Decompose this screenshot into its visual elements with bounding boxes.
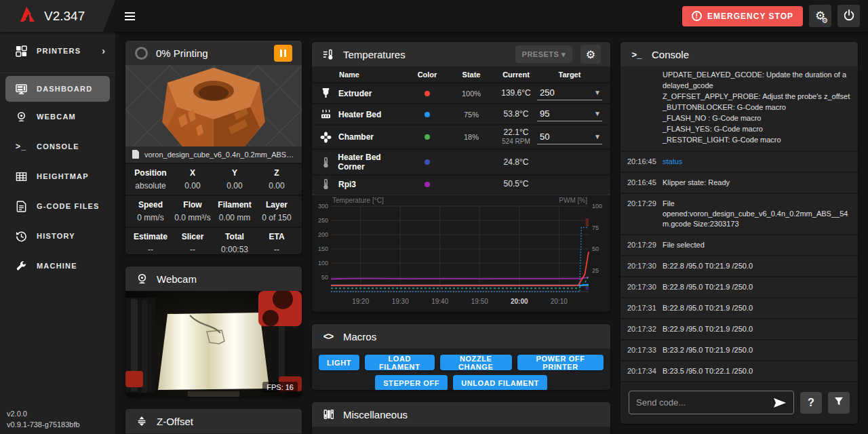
temp-row-extruder: Extruder100%139.6°C250▼ xyxy=(312,82,610,103)
file-icon xyxy=(132,150,140,160)
message-text: B:22.8 /95.0 T0:21.9 /250.0 xyxy=(663,303,851,313)
temp-col-current: Current xyxy=(495,71,537,79)
svg-text:200: 200 xyxy=(318,231,328,238)
macro-button-load-filament[interactable]: LOAD FILAMENT xyxy=(365,355,435,370)
temp-settings-button[interactable]: ⚙ xyxy=(580,45,601,64)
chevron-right-icon: › xyxy=(102,45,106,56)
zoffset-card: Z-Offset xyxy=(125,409,302,434)
stat-estimate: Estimate-- xyxy=(130,232,172,254)
svg-text:50: 50 xyxy=(321,274,328,281)
svg-text:20:00: 20:00 xyxy=(511,298,528,305)
menu-hamburger-icon[interactable] xyxy=(125,12,135,20)
temp-target-select[interactable]: 50▼ xyxy=(537,130,602,144)
message-text: B:23.5 /95.0 T0:22.1 /250.0 xyxy=(663,366,851,376)
fps-badge: FPS: 16 xyxy=(262,382,298,393)
temp-current: 50.5°C xyxy=(495,180,537,189)
svg-text:250: 250 xyxy=(318,217,328,224)
sidebar-item-history[interactable]: HISTORY xyxy=(0,221,115,251)
webcam-card: Webcam xyxy=(125,267,302,397)
console-message-list[interactable]: UPDATE_DELAYED_GCODE: Update the duratio… xyxy=(620,66,858,384)
miscellaneous-card: Miscellaneous xyxy=(312,402,610,434)
temp-target-select[interactable]: 250▼ xyxy=(537,86,602,100)
fan-icon xyxy=(320,132,332,143)
color-dot[interactable] xyxy=(425,112,430,117)
svg-text:PWM [%]: PWM [%] xyxy=(559,197,587,204)
color-dot[interactable] xyxy=(425,159,430,165)
progress-ring xyxy=(135,47,148,60)
print-stats-row: Estimate--Slicer--Total0:00:53ETA-- xyxy=(125,226,302,254)
sidebar-item-machine[interactable]: MACHINE xyxy=(0,251,115,281)
svg-text:19:50: 19:50 xyxy=(471,298,488,305)
console-message: 20:17:29File opened:voron_design_cube_v6… xyxy=(620,193,858,234)
console-message: 20:17:29File selected xyxy=(620,234,858,255)
sidebar-item-console[interactable]: >_CONSOLE xyxy=(0,132,115,161)
stat-y: Y0.00 xyxy=(214,168,256,191)
print-stats-row: Speed0 mm/sFlow0.0 mm³/sFilament0.00 mmL… xyxy=(125,195,302,226)
macro-button-stepper-off[interactable]: STEPPER OFF xyxy=(375,375,448,390)
settings-gears-button[interactable]: ⚙⚙ xyxy=(809,5,831,27)
temp-target-select[interactable]: 95▼ xyxy=(537,107,602,121)
console-icon: >_ xyxy=(15,140,27,153)
dashboard-icon xyxy=(15,83,27,95)
message-time: 20:17:34 xyxy=(627,366,657,376)
macros-card: <> Macros LIGHTLOAD FILAMENTNOZZLE CHANG… xyxy=(312,324,610,390)
color-dot[interactable] xyxy=(425,182,430,187)
svg-text:25: 25 xyxy=(592,267,599,274)
message-time: 20:17:32 xyxy=(627,324,657,334)
console-message: 20:17:30B:22.8 /95.0 T0:21.9 /250.0 xyxy=(620,276,858,297)
temp-current: 22.1°C524 RPM xyxy=(495,128,537,146)
sidebar-item-printers[interactable]: PRINTERS › xyxy=(0,32,115,70)
temp-row-chamber: Chamber18%22.1°C524 RPM50▼ xyxy=(312,124,610,149)
z-offset-icon xyxy=(135,416,149,427)
macro-button-nozzle-change[interactable]: NOZZLE CHANGE xyxy=(440,355,512,370)
heightmap-icon xyxy=(15,170,27,182)
temp-state: 75% xyxy=(448,111,495,119)
stat-eta: ETA-- xyxy=(256,232,298,254)
console-message: 20:17:34B:23.5 /95.0 T0:22.1 /250.0 xyxy=(620,360,858,381)
macro-button-unload-filament[interactable]: UNLOAD FILAMENT xyxy=(453,375,547,390)
thermometer-lines-icon xyxy=(321,49,335,60)
sidebar-divider xyxy=(0,73,115,73)
console-help-button[interactable]: ? xyxy=(800,392,822,414)
message-time: 20:17:30 xyxy=(627,261,657,271)
sidebar-item-heightmap[interactable]: HEIGHTMAP xyxy=(0,161,115,191)
svg-text:20:10: 20:10 xyxy=(551,298,568,305)
message-time: 20:17:30 xyxy=(627,282,657,292)
presets-button[interactable]: PRESETS ▾ xyxy=(515,45,572,63)
power-button[interactable] xyxy=(837,5,860,27)
cog-icon: ⚙ xyxy=(586,49,595,60)
temp-row-heater-bed: Heater Bed75%53.8°C95▼ xyxy=(312,103,610,124)
webcam-title: Webcam xyxy=(157,273,197,285)
console-filter-button[interactable] xyxy=(828,392,850,414)
top-bar: V2.347 ! EMERGENCY STOP ⚙⚙ xyxy=(0,0,868,32)
gears-icon: ⚙⚙ xyxy=(815,10,825,22)
webcam-icon xyxy=(15,111,27,123)
svg-text:19:40: 19:40 xyxy=(431,298,448,305)
temperatures-card: Temperatures PRESETS ▾ ⚙ NameColorStateC… xyxy=(312,42,610,312)
color-dot[interactable] xyxy=(425,134,430,140)
message-text[interactable]: status xyxy=(663,157,851,167)
app-title: V2.347 xyxy=(44,9,85,24)
temp-row-heater-bed-corner: Heater Bed Corner24.8°C xyxy=(312,149,610,174)
macro-button-power-off-printer[interactable]: POWER OFF PRINTER xyxy=(517,355,604,370)
message-time: 20:17:29 xyxy=(627,240,657,250)
print-stats-row: PositionabsoluteX0.00Y0.00Z0.00 xyxy=(125,163,302,195)
message-text: B:22.8 /95.0 T0:21.9 /250.0 xyxy=(663,282,851,292)
message-text: File selected xyxy=(663,240,851,250)
sidebar-item-gcode-files[interactable]: G-CODE FILES xyxy=(0,191,115,221)
stat-total: Total0:00:53 xyxy=(214,232,256,254)
svg-text:19:20: 19:20 xyxy=(352,298,369,305)
svg-text:75: 75 xyxy=(592,224,599,231)
sidebar-item-webcam[interactable]: WEBCAM xyxy=(0,102,115,132)
gcode-icon xyxy=(15,200,27,212)
sidebar-item-dashboard[interactable]: DASHBOARD xyxy=(5,76,110,102)
print-status-card: 0% Printing xyxy=(125,41,302,254)
machine-icon xyxy=(15,260,27,272)
console-input[interactable] xyxy=(636,397,773,408)
pause-button[interactable] xyxy=(274,45,292,62)
macro-button-light[interactable]: LIGHT xyxy=(319,355,359,370)
color-dot[interactable] xyxy=(425,91,430,96)
emergency-stop-button[interactable]: ! EMERGENCY STOP xyxy=(682,6,803,26)
nozzle-icon xyxy=(320,87,332,99)
send-icon[interactable] xyxy=(773,397,787,408)
